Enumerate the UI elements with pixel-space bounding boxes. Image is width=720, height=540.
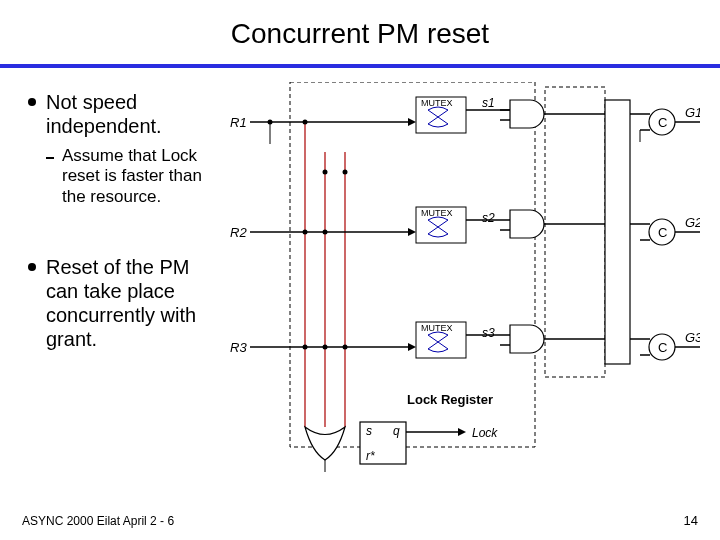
sq-r: r*	[366, 449, 375, 463]
svg-point-28	[323, 230, 328, 235]
lock-register-label: Lock Register	[407, 392, 493, 407]
bullet-area: Not speed independent. Assume that Lock …	[28, 90, 208, 359]
svg-point-13	[268, 120, 273, 125]
svg-marker-40	[408, 343, 416, 351]
svg-point-41	[303, 345, 308, 350]
svg-point-27	[303, 230, 308, 235]
svg-point-43	[343, 345, 348, 350]
footer-right: 14	[684, 513, 698, 528]
svg-marker-2	[408, 118, 416, 126]
svg-marker-26	[408, 228, 416, 236]
bullet-2: Reset of the PM can take place concurren…	[46, 255, 208, 351]
title-rule	[0, 64, 720, 68]
priority-module-box	[545, 87, 605, 377]
mutex-2-label: MUTEX	[421, 208, 453, 218]
c1-label: C	[658, 115, 667, 130]
subbullet-icon	[46, 157, 54, 159]
svg-point-42	[323, 345, 328, 350]
s3-label: s3	[482, 326, 495, 340]
lock-label: Lock	[472, 426, 498, 440]
bullet-icon	[28, 263, 36, 271]
s1-label: s1	[482, 96, 495, 110]
svg-point-22	[323, 170, 328, 175]
or-gate-icon	[305, 427, 345, 460]
g1-label: G1	[685, 105, 700, 120]
slide-title: Concurrent PM reset	[0, 0, 720, 50]
s2-label: s2	[482, 211, 495, 225]
sq-q: q	[393, 424, 400, 438]
svg-marker-58	[458, 428, 466, 436]
mutex-3-label: MUTEX	[421, 323, 453, 333]
r2-label: R2	[230, 225, 247, 240]
r3-label: R3	[230, 340, 247, 355]
c2-label: C	[658, 225, 667, 240]
c3-label: C	[658, 340, 667, 355]
svg-rect-0	[605, 100, 630, 364]
sq-s: s	[366, 424, 372, 438]
bullet-1a: Assume that Lock reset is faster than th…	[62, 146, 208, 207]
g3-label: G3	[685, 330, 700, 345]
svg-point-19	[303, 120, 308, 125]
bullet-icon	[28, 98, 36, 106]
diagram: Priority Module Lock Register R1 MUTEX s…	[210, 82, 700, 482]
svg-point-23	[343, 170, 348, 175]
r1-label: R1	[230, 115, 247, 130]
mutex-1-label: MUTEX	[421, 98, 453, 108]
footer-left: ASYNC 2000 Eilat April 2 - 6	[22, 514, 174, 528]
bullet-1: Not speed independent.	[46, 90, 208, 138]
g2-label: G2	[685, 215, 700, 230]
